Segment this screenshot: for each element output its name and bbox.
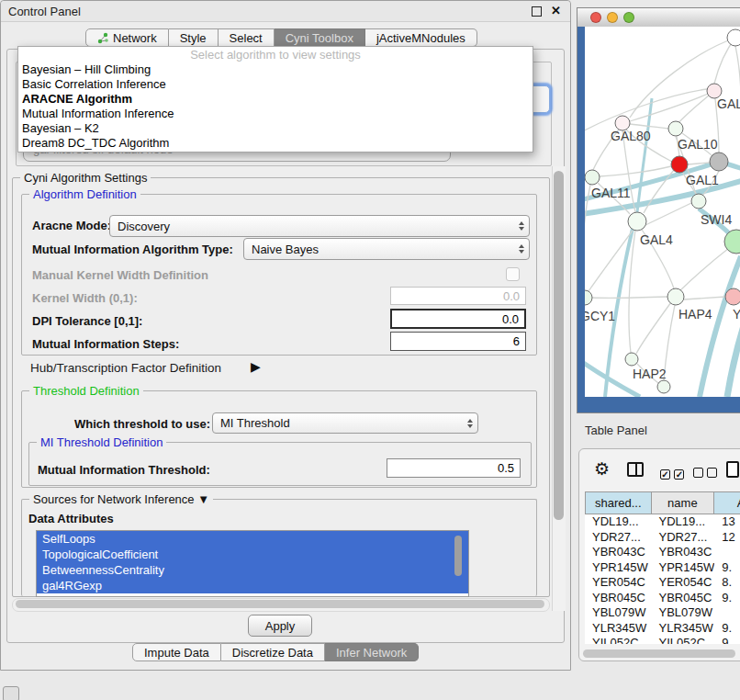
deselect-all-columns-icon[interactable] xyxy=(693,465,717,481)
tab-jactivemnodules[interactable]: jActiveMNodules xyxy=(365,28,477,47)
network-edge[interactable] xyxy=(680,248,729,290)
float-window-icon[interactable] xyxy=(532,6,542,17)
tab-impute-data[interactable]: Impute Data xyxy=(132,643,221,661)
attribute-list-item[interactable]: TopologicalCoefficient xyxy=(37,547,468,562)
attribute-list-item[interactable]: gal4RGexp xyxy=(37,578,468,593)
close-traffic-light[interactable] xyxy=(590,12,601,23)
table-cell: 9. xyxy=(714,560,740,576)
algorithm-option[interactable]: Mutual Information Inference xyxy=(18,107,533,121)
network-node[interactable] xyxy=(727,29,740,46)
network-node-hap4[interactable] xyxy=(667,288,684,305)
attributes-list-scrollbar[interactable] xyxy=(454,536,462,576)
algorithm-option[interactable]: ARACNE Algorithm xyxy=(18,92,533,107)
unchecked-box-icon xyxy=(693,468,703,478)
table-row[interactable]: YIL052CYIL052C9 xyxy=(585,636,740,644)
network-node-swi4[interactable] xyxy=(691,194,706,209)
which-threshold-combo[interactable]: MI Threshold xyxy=(212,412,478,434)
network-canvas[interactable]: GALGAL80GAL10GAL1GAL11GAL4SWI4GCY1HAP4YH… xyxy=(585,27,740,397)
stepper-arrows-icon xyxy=(463,419,477,428)
network-node-hap2[interactable] xyxy=(625,353,638,366)
gear-icon[interactable]: ⚙ xyxy=(594,460,610,479)
network-node[interactable] xyxy=(710,152,728,171)
mi-threshold-field[interactable]: 0.5 xyxy=(387,458,521,478)
network-edge[interactable] xyxy=(645,203,691,225)
dpi-tolerance-field[interactable]: 0.0 xyxy=(390,309,526,329)
mi-steps-value: 6 xyxy=(513,334,520,348)
table-hscrollbar-thumb[interactable] xyxy=(583,649,735,658)
control-panel-titlebar: Control Panel xyxy=(1,1,570,22)
network-edge[interactable] xyxy=(636,302,671,354)
table-row[interactable]: YDR27...YDR27...12 xyxy=(585,530,740,546)
zoom-traffic-light[interactable] xyxy=(623,12,634,23)
column-header[interactable]: A xyxy=(714,492,740,514)
tab-infer-network[interactable]: Infer Network xyxy=(325,643,419,661)
mi-steps-field[interactable]: 6 xyxy=(390,332,526,351)
control-panel-tabbar: Network Style Select Cyni Toolbox jActiv… xyxy=(85,28,477,47)
network-node-gal10[interactable] xyxy=(668,121,683,136)
column-header[interactable]: shared... xyxy=(585,492,652,514)
mi-threshold-label: Mutual Information Threshold: xyxy=(38,463,210,477)
network-node-gal11[interactable] xyxy=(585,170,600,185)
column-header[interactable]: name xyxy=(652,492,715,514)
tab-style[interactable]: Style xyxy=(169,28,219,47)
table-cell: YDL19... xyxy=(585,514,652,530)
network-edge[interactable] xyxy=(644,170,674,213)
table-cell xyxy=(714,545,740,560)
node-table: shared...nameA YDL19...YDL19...13YDR27..… xyxy=(585,491,740,644)
tab-cyni-toolbox[interactable]: Cyni Toolbox xyxy=(275,28,365,47)
algorithm-option[interactable]: Bayesian – Hill Climbing xyxy=(18,62,533,77)
network-edge[interactable] xyxy=(735,46,740,100)
aracne-mode-combo[interactable]: Discovery xyxy=(109,215,530,237)
network-edge[interactable] xyxy=(727,311,740,397)
column-layout-icon[interactable] xyxy=(627,462,644,477)
algorithm-dropdown-list: Bayesian – Hill ClimbingBasic Correlatio… xyxy=(18,62,533,151)
select-all-columns-icon[interactable]: ✓ ✓ xyxy=(660,465,684,481)
network-edge[interactable] xyxy=(592,297,667,298)
network-node-gal1[interactable] xyxy=(671,156,688,173)
network-node-gcy1[interactable] xyxy=(585,290,592,305)
tab-select[interactable]: Select xyxy=(219,28,275,47)
hub-definition-label: Hub/Transcription Factor Definition xyxy=(30,361,221,375)
network-node-gal4[interactable] xyxy=(628,212,646,231)
document-icon[interactable] xyxy=(726,461,739,478)
mi-type-combo[interactable]: Naive Bayes xyxy=(243,238,530,260)
table-cell: YIL052C xyxy=(652,636,715,644)
tab-discretize-data[interactable]: Discretize Data xyxy=(221,643,325,661)
network-node-y[interactable] xyxy=(725,288,740,305)
table-header-row: shared...nameA xyxy=(585,491,740,514)
collapse-arrow-icon[interactable]: ▼ xyxy=(197,492,209,506)
network-node[interactable] xyxy=(657,380,670,393)
table-row[interactable]: YBR045CYBR045C9. xyxy=(585,591,740,606)
apply-button[interactable]: Apply xyxy=(248,615,312,637)
settings-hscrollbar-thumb[interactable] xyxy=(16,600,544,608)
tab-style-label: Style xyxy=(180,31,207,45)
attribute-list-item[interactable]: SelfLoops xyxy=(37,531,468,547)
table-row[interactable]: YBR043CYBR043C xyxy=(585,545,740,560)
table-cell: 9 xyxy=(714,636,740,644)
tab-cyni-toolbox-label: Cyni Toolbox xyxy=(286,31,353,45)
attribute-list-item[interactable]: BetweennessCentrality xyxy=(37,562,468,578)
minimized-panel-icon[interactable] xyxy=(3,686,19,700)
network-edge[interactable] xyxy=(600,166,671,176)
close-icon[interactable]: ✕ xyxy=(551,3,561,19)
tab-network[interactable]: Network xyxy=(85,28,169,47)
unchecked-box-icon xyxy=(707,468,717,478)
table-cell: 9. xyxy=(714,591,740,606)
minimize-traffic-light[interactable] xyxy=(607,12,618,23)
expand-arrow-icon[interactable]: ▶ xyxy=(251,359,261,374)
network-edge[interactable] xyxy=(684,297,725,299)
algorithm-option[interactable]: Dream8 DC_TDC Algorithm xyxy=(18,136,533,151)
settings-vscrollbar-thumb[interactable] xyxy=(554,171,564,520)
algorithm-option[interactable]: Bayesian – K2 xyxy=(18,121,533,136)
table-row[interactable]: YER054CYER054C8. xyxy=(585,575,740,591)
mi-threshold-value: 0.5 xyxy=(498,461,514,475)
table-row[interactable]: YBL079WYBL079W xyxy=(585,605,740,621)
table-cell: YBR043C xyxy=(585,545,652,560)
algorithm-option[interactable]: Basic Correlation Inference xyxy=(18,77,533,92)
table-row[interactable]: YPR145WYPR145W9. xyxy=(585,560,740,576)
table-row[interactable]: YDL19...YDL19...13 xyxy=(585,514,740,530)
table-row[interactable]: YLR345WYLR345W9. xyxy=(585,621,740,637)
threshold-definition-title: Threshold Definition xyxy=(29,384,143,398)
table-cell: YBL079W xyxy=(585,605,652,621)
table-cell: 9. xyxy=(714,621,740,637)
